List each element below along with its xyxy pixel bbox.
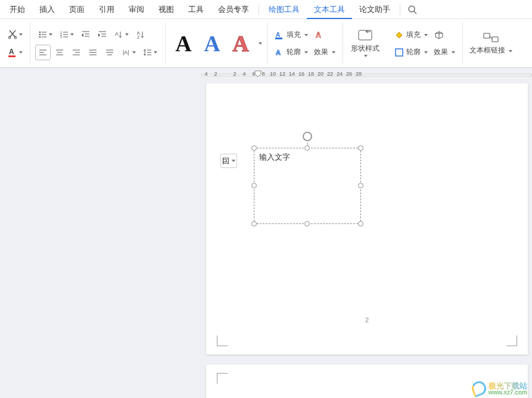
watermark-cn: 极光下载站 [489, 382, 527, 390]
search-icon[interactable] [407, 5, 417, 14]
align-center-button[interactable] [52, 45, 67, 60]
tab-page[interactable]: 页面 [62, 0, 92, 19]
textbox-link-button[interactable]: 文本框链接 [468, 31, 514, 55]
tab-insert[interactable]: 插入 [32, 0, 62, 19]
font-color-button[interactable]: A [5, 45, 25, 60]
numbered-list-button[interactable]: 123 [57, 27, 77, 42]
textbox-shape[interactable]: 输入文字 [254, 148, 361, 224]
resize-handle-tr[interactable] [358, 145, 363, 151]
shape-outline-button[interactable]: 轮廓 [392, 45, 430, 60]
svg-point-2 [8, 36, 11, 39]
group-paragraph: 123 A AZ |A| [30, 19, 165, 67]
group-textbox-link: 文本框链接 [463, 19, 519, 67]
shape-3d-button[interactable] [431, 27, 447, 43]
ruler-tick: 24 [335, 71, 344, 77]
svg-rect-53 [492, 37, 498, 42]
shape-style-button[interactable]: 形状样式 [348, 29, 382, 57]
cut-button[interactable] [5, 27, 25, 42]
ruler-tick: 28 [354, 71, 363, 77]
resize-handle-bm[interactable] [304, 221, 310, 226]
resize-handle-mr[interactable] [358, 183, 363, 188]
shape-style-label: 形状样式 [351, 43, 379, 54]
ruler-tick: 2 [211, 71, 220, 77]
menu-bar: 开始 插入 页面 引用 审阅 视图 工具 会员专享 绘图工具 文本工具 论文助手 [0, 0, 532, 19]
ruler-tick: 2 [230, 71, 239, 77]
increase-indent-button[interactable] [95, 27, 110, 42]
tab-tools[interactable]: 工具 [181, 0, 211, 19]
text-clear-format-button[interactable]: A [312, 27, 327, 43]
rotate-handle[interactable] [303, 132, 312, 141]
text-effect-label: 效果 [314, 47, 328, 57]
svg-text:A: A [276, 49, 281, 56]
svg-point-10 [39, 36, 41, 38]
text-direction-button[interactable]: A [111, 27, 132, 42]
text-outline-label: 轮廓 [287, 47, 301, 57]
page-number: 2 [365, 316, 369, 324]
tab-start[interactable]: 开始 [2, 0, 32, 19]
tab-text-tools[interactable]: 文本工具 [307, 0, 352, 19]
wordart-more-icon[interactable] [259, 42, 262, 45]
textbox-link-label: 文本框链接 [469, 46, 505, 54]
indent-marker-icon[interactable] [254, 70, 262, 80]
character-spacing-button[interactable]: |A| [119, 45, 139, 60]
align-left-button[interactable] [35, 45, 51, 60]
svg-text:A: A [9, 48, 14, 56]
ruler-tick: 4 [201, 71, 211, 77]
ruler-tick: 26 [344, 71, 354, 77]
wordart-style-2[interactable]: A [199, 27, 225, 60]
ruler-tick: 16 [297, 71, 306, 77]
group-shape-format: 填充 轮廓 效果 [387, 19, 462, 67]
sort-button[interactable]: AZ [133, 27, 148, 42]
wordart-style-1[interactable]: A [170, 27, 197, 60]
tab-reference[interactable]: 引用 [92, 0, 122, 19]
layout-options-button[interactable]: 囙 [220, 154, 237, 168]
workspace: 4 2 2 4 6 8 10 12 14 16 18 20 22 24 26 2… [0, 68, 532, 398]
align-justify-button[interactable] [85, 45, 101, 60]
tab-review[interactable]: 审阅 [122, 0, 151, 19]
align-right-button[interactable] [69, 45, 84, 60]
shape-fill-button[interactable]: 填充 [392, 28, 430, 42]
ruler-tick: 22 [325, 71, 335, 77]
svg-rect-51 [396, 49, 403, 56]
shape-fill-label: 填充 [406, 30, 421, 40]
resize-handle-bl[interactable] [251, 221, 257, 226]
svg-text:3: 3 [60, 35, 62, 39]
svg-point-6 [39, 31, 41, 33]
textbox-content[interactable]: 输入文字 [254, 148, 360, 166]
ruler-tick: 14 [287, 71, 297, 77]
shape-outline-label: 轮廓 [406, 47, 421, 57]
text-outline-button[interactable]: A轮廓 [272, 45, 310, 60]
text-fill-button[interactable]: A填充 [272, 28, 310, 42]
margin-guide-br [506, 335, 517, 346]
horizontal-ruler: 4 2 2 4 6 8 10 12 14 16 18 20 22 24 26 2… [201, 68, 363, 80]
svg-rect-52 [484, 33, 490, 38]
wordart-style-3[interactable]: A [228, 27, 254, 60]
menu-separator-2 [400, 4, 400, 15]
tab-thesis-helper[interactable]: 论文助手 [352, 0, 397, 19]
margin-guide-tl [217, 373, 228, 384]
group-wordart-styles: A A A [166, 19, 267, 67]
bullet-list-button[interactable] [35, 27, 55, 42]
decrease-indent-button[interactable] [78, 27, 94, 42]
line-spacing-button[interactable] [140, 45, 160, 60]
resize-handle-tl[interactable] [251, 145, 257, 151]
text-effect-button[interactable]: 效果 [312, 45, 338, 60]
shape-effect-button[interactable]: 效果 [431, 45, 458, 60]
group-clipboard: A [0, 19, 30, 67]
ribbon: A 123 A AZ |A| A A A A填充 [0, 19, 532, 68]
ruler-tick: 20 [316, 71, 325, 77]
shape-effect-label: 效果 [434, 47, 448, 57]
resize-handle-tm[interactable] [304, 145, 310, 151]
tab-drawing-tools[interactable]: 绘图工具 [262, 0, 307, 19]
align-distribute-button[interactable] [102, 45, 117, 60]
tab-view[interactable]: 视图 [151, 0, 181, 19]
ruler-tick: 10 [268, 71, 278, 77]
tab-vip[interactable]: 会员专享 [211, 0, 256, 19]
ruler-tick: 18 [306, 71, 316, 77]
resize-handle-ml[interactable] [251, 183, 257, 188]
svg-text:A: A [316, 31, 321, 39]
resize-handle-br[interactable] [358, 221, 363, 226]
svg-text:A: A [276, 32, 280, 38]
ruler-tick: 12 [278, 71, 287, 77]
document-page[interactable]: 囙 输入文字 2 [206, 83, 528, 355]
